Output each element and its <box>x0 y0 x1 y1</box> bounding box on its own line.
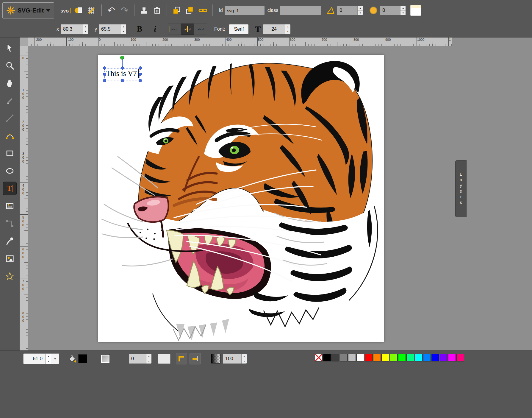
x-value[interactable]: 80.3 <box>61 24 83 34</box>
palette-swatch[interactable] <box>456 354 464 361</box>
selection-handle-se[interactable] <box>139 79 142 82</box>
zoom-spin-down[interactable]: ▼ <box>46 359 51 364</box>
text-tool[interactable]: T <box>3 182 17 195</box>
selection-handle-e[interactable] <box>139 73 142 76</box>
opacity-spin-down[interactable]: ▼ <box>242 359 247 364</box>
selection-handle-ne[interactable] <box>139 66 142 70</box>
y-spin-up[interactable]: ▲ <box>121 24 126 29</box>
font-size-value[interactable]: 24 <box>263 24 285 34</box>
palette-swatch[interactable] <box>323 354 331 361</box>
zoom-widget[interactable]: 61.0 ▲ ▼ ▾ <box>23 353 59 364</box>
linejoin-button[interactable] <box>176 353 187 364</box>
angle-value[interactable]: 0 <box>337 6 357 15</box>
stroke-width-value[interactable]: 0 <box>129 354 146 364</box>
x-spinner[interactable]: 80.3 ▲ ▼ <box>61 24 88 34</box>
move-to-bottom-button[interactable] <box>170 4 183 17</box>
editor-preferences-button[interactable] <box>85 4 98 17</box>
shape-library-tool[interactable] <box>3 252 17 266</box>
x-spin-up[interactable]: ▲ <box>83 24 88 29</box>
document-properties-button[interactable] <box>72 4 85 17</box>
source-editor-button[interactable]: SVG <box>59 4 72 17</box>
eyedropper-tool[interactable] <box>3 234 17 248</box>
palette-swatch[interactable] <box>381 354 389 361</box>
selection-handle-nw[interactable] <box>103 66 106 70</box>
blur-value[interactable]: 0 <box>380 6 400 15</box>
select-tool[interactable] <box>3 41 17 55</box>
angle-spin-down[interactable]: ▼ <box>358 11 363 15</box>
palette-swatch[interactable] <box>331 354 339 361</box>
angle-spinner[interactable]: 0 ▲ ▼ <box>337 6 363 15</box>
palette-swatch[interactable] <box>431 354 439 361</box>
linecap-button[interactable] <box>190 353 201 364</box>
opacity-value[interactable]: 100 <box>223 354 241 364</box>
rect-tool[interactable] <box>3 146 17 160</box>
stroke-width-spin-up[interactable]: ▲ <box>146 354 151 359</box>
rotate-handle[interactable] <box>120 56 124 60</box>
palette-swatch[interactable] <box>415 354 423 361</box>
ellipse-tool[interactable] <box>3 164 17 178</box>
selection-handle-sw[interactable] <box>103 79 106 82</box>
connector-tool[interactable] <box>3 217 17 230</box>
background-color-swatch[interactable] <box>410 5 421 16</box>
palette-swatch[interactable] <box>348 354 356 361</box>
main-menu-button[interactable]: SVG-Edit <box>2 2 54 18</box>
fill-color-swatch[interactable] <box>78 354 87 363</box>
palette-swatch[interactable] <box>373 354 381 361</box>
image-tool[interactable] <box>3 199 17 213</box>
angle-spin-up[interactable]: ▲ <box>358 6 363 11</box>
link-button[interactable] <box>196 4 209 17</box>
zoom-dropdown[interactable]: ▾ <box>51 354 59 364</box>
palette-swatch[interactable] <box>390 354 398 361</box>
zoom-spin-up[interactable]: ▲ <box>46 354 51 359</box>
italic-button[interactable]: i <box>149 23 161 35</box>
selection-handle-s[interactable] <box>121 79 124 82</box>
palette-swatch[interactable] <box>423 354 431 361</box>
layers-panel-toggle[interactable]: Layers <box>455 160 467 217</box>
palette-swatch[interactable] <box>340 354 348 361</box>
pan-tool[interactable] <box>3 76 17 90</box>
text-anchor-middle-button[interactable]: abcd <box>181 24 194 35</box>
y-spin-down[interactable]: ▼ <box>121 29 126 34</box>
stroke-color-swatch[interactable] <box>101 354 110 363</box>
y-spinner[interactable]: 65.5 ▲ ▼ <box>99 24 126 34</box>
undo-button[interactable]: ↶ <box>105 4 118 17</box>
canvas-image-tiger[interactable] <box>98 55 384 342</box>
star-tool[interactable] <box>3 269 17 283</box>
font-size-spinner[interactable]: 24 ▲ ▼ <box>263 24 290 34</box>
zoom-tool[interactable] <box>3 59 17 72</box>
opacity-spin-up[interactable]: ▲ <box>242 354 247 359</box>
blur-spin-down[interactable]: ▼ <box>400 11 406 15</box>
font-size-spin-up[interactable]: ▲ <box>285 24 290 29</box>
bold-button[interactable]: B <box>134 23 145 35</box>
pencil-tool[interactable] <box>3 94 17 107</box>
y-value[interactable]: 65.5 <box>99 24 121 34</box>
clone-button[interactable] <box>137 4 151 17</box>
redo-button[interactable]: ↷ <box>118 4 131 17</box>
x-spin-down[interactable]: ▼ <box>83 29 88 34</box>
palette-swatch[interactable] <box>440 354 447 361</box>
blur-spin-up[interactable]: ▲ <box>400 6 406 11</box>
class-input[interactable] <box>280 6 321 15</box>
palette-swatch[interactable] <box>398 354 406 361</box>
stroke-width-spinner[interactable]: 0 ▲ ▼ <box>129 354 151 364</box>
path-tool[interactable] <box>3 129 17 143</box>
palette-swatch[interactable] <box>448 354 456 361</box>
stroke-width-spin-down[interactable]: ▼ <box>146 359 151 364</box>
line-tool[interactable] <box>3 111 17 125</box>
blur-spinner[interactable]: 0 ▲ ▼ <box>380 6 406 15</box>
canvas-surface[interactable]: This is V7 <box>98 55 384 342</box>
font-size-spin-down[interactable]: ▼ <box>285 29 290 34</box>
text-anchor-end-button[interactable]: abcd <box>194 24 207 35</box>
palette-swatch[interactable] <box>356 354 364 361</box>
stroke-dash-select[interactable]: — <box>158 354 170 364</box>
text-anchor-start-button[interactable]: abcd <box>168 24 181 35</box>
font-family-button[interactable]: Serif <box>229 24 248 34</box>
selection-handle-n[interactable] <box>121 66 124 70</box>
palette-swatch[interactable] <box>365 354 373 361</box>
palette-swatch[interactable] <box>406 354 414 361</box>
id-input[interactable] <box>225 6 265 15</box>
zoom-value[interactable]: 61.0 <box>24 354 46 364</box>
move-to-top-button[interactable] <box>183 4 196 17</box>
delete-button[interactable] <box>151 4 164 17</box>
selection-handle-w[interactable] <box>103 73 106 76</box>
